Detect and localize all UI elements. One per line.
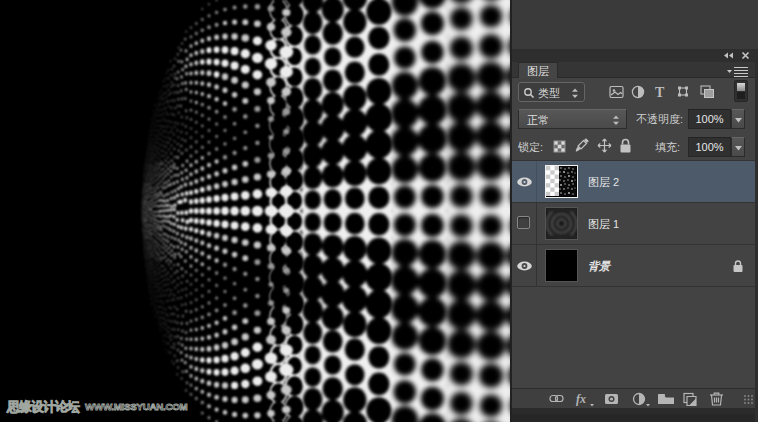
- svg-text:思缘设计论坛: 思缘设计论坛: [6, 399, 80, 414]
- svg-text:fx: fx: [576, 392, 586, 406]
- svg-text:T: T: [655, 85, 665, 100]
- svg-text:WWW.MISSYUAN.COM: WWW.MISSYUAN.COM: [85, 401, 188, 412]
